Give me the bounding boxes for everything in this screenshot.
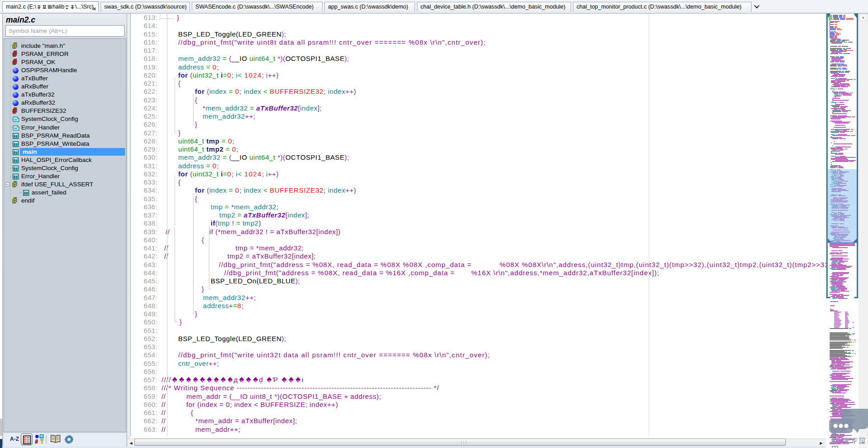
svg-text:#: # xyxy=(35,439,38,445)
svg-text:#: # xyxy=(13,50,17,58)
svg-text:T: T xyxy=(41,439,44,445)
svg-text:#: # xyxy=(13,107,17,115)
svg-text:#: # xyxy=(13,180,17,188)
svg-text:#: # xyxy=(13,58,17,66)
svg-text:#: # xyxy=(13,42,17,50)
svg-text:#: # xyxy=(13,197,17,204)
